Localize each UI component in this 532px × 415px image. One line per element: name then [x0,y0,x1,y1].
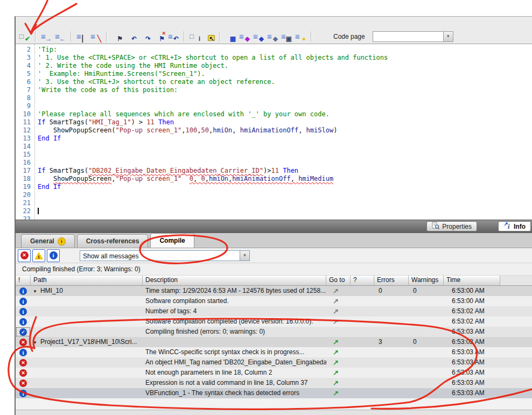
next-bookmark-icon[interactable]: ↷ [139,31,151,42]
code-editor[interactable]: 234567891011121314151617181920212223 'Ti… [16,44,532,220]
goto-line-icon[interactable]: ≡↶ [167,31,179,42]
message-row[interactable]: iSoftware compilation started.↗6:53:00 A… [16,296,532,306]
toolbar-separator [311,31,312,42]
properties-tab[interactable]: Properties [426,221,477,231]
list-window-icon[interactable]: ≡▣ [281,31,292,42]
goto-arrow-icon[interactable]: ↗ [333,338,339,346]
bookmark-icon[interactable]: ⚑ [111,31,123,42]
goto-arrow-icon[interactable]: ↗ [333,318,339,326]
list-yellow-ball-icon[interactable]: ≡● [295,31,306,42]
goto-arrow-icon[interactable]: ↗ [333,379,339,387]
previous-bookmark-icon[interactable]: ↶ [125,31,137,42]
goto-arrow-icon[interactable]: ↗ [333,369,339,377]
message-row[interactable]: iSoftware compilation completed (device … [16,316,532,327]
message-row[interactable]: i▼HMI_10Time stamp: 1/29/2024 6:53 AM - … [16,286,532,296]
line-number: 18 [16,175,34,183]
message-row[interactable]: ✕Not enough parameters in line 18, Colum… [16,368,532,378]
goto-arrow-icon[interactable]: ↗ [333,287,339,295]
watch-list-steel-icon[interactable]: ≡◆ [267,31,278,42]
path-cell [31,357,143,368]
code-line[interactable]: ' 2. Write the code using the HMI Runtim… [38,62,532,70]
code-line[interactable]: 'Write the code as of this position: [38,86,532,94]
code-line[interactable]: ' Example: HmiRuntime.Screens("Screen_1"… [38,70,532,78]
expander-icon[interactable]: ▼ [33,289,37,294]
code-text-area[interactable]: 'Tip:' 1. Use the <CTRL+SPACE> or <CTRL+… [35,44,532,220]
code-page-label: Code page [333,33,365,40]
watch-list-blue-icon[interactable]: ≡◆ [253,31,264,42]
info-tab[interactable]: i Info [498,221,531,231]
time-cell: 6:53:03 AM [444,347,500,357]
message-filter-select[interactable]: Show all messages ▼ [80,250,250,261]
col-goto[interactable]: Go to [326,276,351,285]
delete-line-icon[interactable]: ≡╲ [90,31,102,42]
message-row[interactable]: ✕▼Project1_V17_V18\HMI_10\Scri...↗306:53… [16,337,532,347]
code-line[interactable]: End If [38,135,532,143]
goto-arrow-icon[interactable]: ↗ [333,358,339,367]
code-line[interactable] [38,94,532,102]
message-row[interactable]: ✕Expression is not a valid command in li… [16,378,532,388]
goto-arrow-icon[interactable]: ↗ [333,389,339,397]
expander-icon[interactable]: ▼ [33,340,37,345]
code-line[interactable] [38,151,532,159]
col-description[interactable]: Description [143,276,326,285]
code-line[interactable]: ShowPopupScreen("Pop-up screen_1",100,50… [38,126,532,135]
code-line[interactable]: ' 3. Use the <CTRL+J> shortcut to create… [38,78,532,86]
code-line[interactable]: If SmartTags("DB202_Eingabe_Daten_Eingab… [38,167,532,175]
code-line[interactable]: End If [38,183,532,191]
pointer-mode-icon[interactable]: ↖ [203,31,215,42]
code-line[interactable] [38,159,532,167]
goto-arrow-icon[interactable]: ↗ [333,307,339,315]
message-row[interactable]: ✕An object HMI_Tag named 'DB202_Eingabe_… [16,357,532,368]
tab-general[interactable]: General i [21,234,75,248]
indent-icon[interactable]: ≡→ [40,31,52,42]
warnings-cell [409,368,444,378]
filter-errors-button[interactable]: ✕ [18,249,31,262]
filter-info-button[interactable]: i [47,249,60,262]
goto-arrow-icon[interactable]: ↗ [333,297,339,305]
code-line[interactable]: ' 1. Use the <CTRL+SPACE> or <CTRL+I> sh… [38,54,532,62]
code-line[interactable]: ShowPopupScreen,"Pop-up screen_1" 0, 0,h… [38,175,532,183]
tab-cross-references[interactable]: Cross-references [77,234,149,248]
code-line[interactable] [38,215,532,220]
message-row[interactable]: iThe WinCC-specific script syntax check … [16,347,532,357]
col-time[interactable]: Time [444,276,500,285]
help-cell [351,286,374,296]
code-line[interactable] [38,143,532,151]
symbol-grid-icon[interactable]: ▦ [225,31,236,42]
info-icon: i [19,349,27,356]
code-page-select[interactable]: ▼ [373,31,453,42]
code-line[interactable] [38,102,532,110]
goto-cell: ↗ [326,316,351,327]
watch-list-purple-icon[interactable]: ≡◆ [239,31,250,42]
col-warnings[interactable]: Warnings [409,276,444,285]
code-line[interactable]: 'Please replace all sequences which are … [38,110,532,118]
delete-all-bookmarks-icon[interactable]: ⚑✕ [153,31,165,42]
warnings-cell: 0 [409,337,444,347]
insert-line-icon[interactable]: ≡▏ [76,31,88,42]
system-functions-icon[interactable]: □i [189,31,201,42]
tab-compile[interactable]: Compile [150,233,194,248]
filter-warnings-button[interactable]: ! [32,249,45,262]
goto-arrow-icon[interactable]: ↗ [333,348,339,356]
col-severity[interactable]: ! [16,276,31,285]
code-line[interactable]: If SmartTags("HMI_Tag_1") > 11 Then [38,118,532,126]
message-row[interactable]: iVBFunction_1 - The syntax check has det… [16,388,532,398]
errors-cell [374,296,409,306]
message-row[interactable]: ✓Compiling finished (errors: 0; warnings… [16,327,532,337]
chevron-down-icon[interactable]: ▼ [443,32,453,41]
compile-script-icon[interactable]: □✔ [19,31,31,42]
col-errors[interactable]: Errors [374,276,409,285]
message-row[interactable]: iNumber of tags: 4↗6:53:02 AM [16,306,532,316]
help-cell [351,337,374,347]
code-line[interactable]: 'Tip: [38,46,532,54]
errors-cell [374,388,409,398]
col-path[interactable]: Path [31,276,143,285]
outdent-icon[interactable]: ≡← [54,31,66,42]
message-table: i▼HMI_10Time stamp: 1/29/2024 6:53 AM - … [16,286,532,398]
code-line[interactable] [38,199,532,207]
code-line[interactable] [38,191,532,199]
chevron-down-icon[interactable]: ▼ [240,251,249,261]
description-cell: Time stamp: 1/29/2024 6:53 AM - 124576 b… [143,286,326,296]
code-line[interactable] [38,207,532,215]
col-help[interactable]: ? [351,276,374,285]
